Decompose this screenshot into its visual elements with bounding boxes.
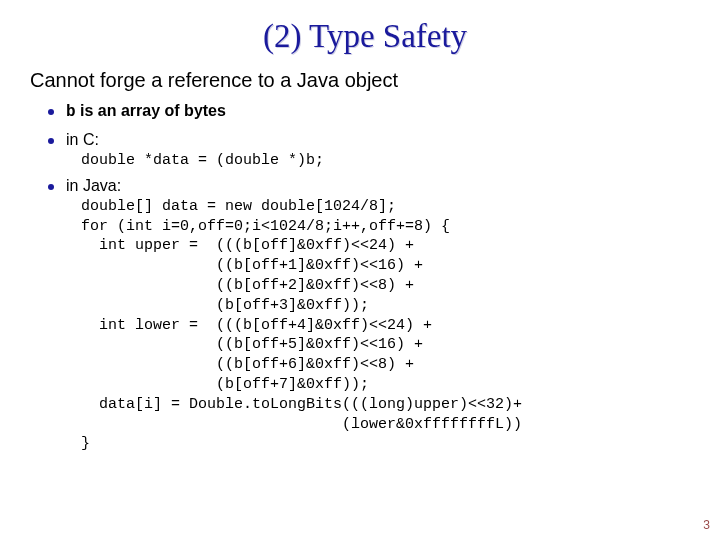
slide: (2) Type Safety Cannot forge a reference… xyxy=(0,0,720,540)
slide-subtitle: Cannot forge a reference to a Java objec… xyxy=(30,69,694,92)
slide-title: (2) Type Safety xyxy=(36,18,694,55)
bullet-icon xyxy=(48,109,54,115)
bullet-list: b is an array of bytes in C: double *dat… xyxy=(48,102,694,454)
bullet-text: in Java: xyxy=(66,177,121,195)
bullet-text: in C: xyxy=(66,131,99,149)
bullet-item: in C: xyxy=(48,131,694,149)
code-inline: b xyxy=(66,103,76,121)
page-number: 3 xyxy=(703,518,710,532)
bullet-item: in Java: xyxy=(48,177,694,195)
bullet-text-rest: is an array of bytes xyxy=(76,102,226,119)
code-block-c: double *data = (double *)b; xyxy=(81,151,694,171)
code-block-java: double[] data = new double[1024/8]; for … xyxy=(81,197,694,454)
bullet-item: b is an array of bytes xyxy=(48,102,694,121)
bullet-icon xyxy=(48,138,54,144)
bullet-text: b is an array of bytes xyxy=(66,102,226,121)
bullet-icon xyxy=(48,184,54,190)
